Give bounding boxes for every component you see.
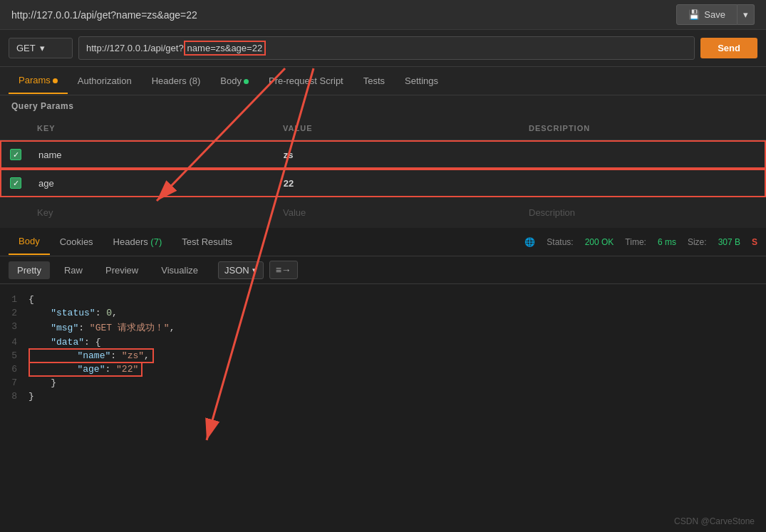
request-bar: GET ▾ http://127.0.0.1/api/get?name=zs&a…	[0, 30, 766, 67]
wrap-toggle-button[interactable]: ≡→	[269, 261, 298, 279]
format-tab-pretty[interactable]: Pretty	[9, 261, 50, 279]
response-tabs-bar: Body Cookies Headers (7) Test Results 🌐 …	[0, 228, 766, 256]
response-tab-cookies[interactable]: Cookies	[50, 229, 103, 254]
url-params: name=zs&age=22	[184, 41, 266, 56]
save-btn-group: 💾 Save ▾	[676, 4, 755, 25]
tab-authorization[interactable]: Authorization	[68, 68, 142, 93]
response-tabs-left: Body Cookies Headers (7) Test Results	[9, 229, 242, 255]
params-table-header: KEY VALUE DESCRIPTION	[0, 117, 766, 140]
code-line-5: 5 "name": "zs",	[0, 349, 766, 363]
send-button[interactable]: Send	[700, 38, 757, 58]
status-label: Status:	[547, 237, 573, 247]
checkbox-checked[interactable]	[10, 149, 21, 160]
code-line-2: 2 "status": 0,	[0, 306, 766, 320]
watermark: CSDN @CarveStone	[674, 516, 755, 526]
tab-params[interactable]: Params	[9, 68, 68, 94]
param-age-desc	[519, 176, 765, 190]
title-url: http://127.0.0.1/api/get?name=zs&age=22	[11, 9, 197, 21]
param-name-key: name	[30, 142, 275, 167]
params-table: KEY VALUE DESCRIPTION name zs age 22 Key	[0, 117, 766, 228]
save-button[interactable]: 💾 Save	[676, 4, 737, 25]
method-selector[interactable]: GET ▾	[9, 38, 73, 58]
tab-pre-request-script[interactable]: Pre-request Script	[259, 68, 353, 93]
response-code-view: 1 { 2 "status": 0, 3 "msg": "GET 请求成功！",…	[0, 284, 766, 532]
format-bar: Pretty Raw Preview Visualize JSON ▾ ≡→	[0, 256, 766, 284]
method-chevron-icon: ▾	[40, 43, 45, 53]
response-tab-test-results[interactable]: Test Results	[172, 229, 242, 254]
time-label: Time:	[625, 237, 646, 247]
url-base: http://127.0.0.1/api/get?	[86, 43, 184, 53]
param-name-desc	[519, 147, 765, 162]
code-line-1: 1 {	[0, 293, 766, 306]
response-tab-body[interactable]: Body	[9, 229, 50, 255]
format-tab-visualize[interactable]: Visualize	[152, 261, 207, 279]
tab-settings[interactable]: Settings	[395, 68, 448, 93]
format-tab-preview[interactable]: Preview	[97, 261, 147, 279]
code-line-8: 8 }	[0, 390, 766, 403]
col-desc-label: DESCRIPTION	[520, 121, 766, 135]
param-row-name: name zs	[0, 140, 766, 169]
save-icon: 💾	[688, 9, 700, 20]
request-tabs: Params Authorization Headers (8) Body Pr…	[0, 67, 766, 95]
format-chevron-icon: ▾	[252, 265, 257, 276]
col-value-label: VALUE	[274, 121, 520, 135]
status-value: 200 OK	[585, 237, 614, 247]
code-line-7: 7 }	[0, 376, 766, 390]
placeholder-value[interactable]: Value	[274, 203, 520, 222]
checkbox-checked-age[interactable]	[10, 177, 21, 189]
param-name-value: zs	[275, 142, 520, 167]
params-dot	[53, 78, 58, 83]
save-dropdown-button[interactable]: ▾	[737, 4, 755, 25]
title-bar: http://127.0.0.1/api/get?name=zs&age=22 …	[0, 0, 766, 30]
body-dot	[244, 79, 249, 84]
param-age-key: age	[30, 171, 275, 196]
param-age-checkbox[interactable]	[1, 170, 30, 196]
response-tab-headers[interactable]: Headers (7)	[103, 229, 172, 254]
time-value: 6 ms	[658, 237, 676, 247]
error-icon: S	[752, 237, 757, 247]
format-tab-raw[interactable]: Raw	[56, 261, 91, 279]
size-label: Size:	[688, 237, 707, 247]
format-type-label: JSON	[224, 265, 249, 276]
globe-icon: 🌐	[524, 237, 535, 247]
param-placeholder-row: Key Value Description	[0, 197, 766, 228]
url-input[interactable]: http://127.0.0.1/api/get?name=zs&age=22	[78, 36, 695, 60]
code-line-4: 4 "data": {	[0, 335, 766, 349]
tab-tests[interactable]: Tests	[353, 68, 395, 93]
placeholder-desc[interactable]: Description	[520, 203, 766, 222]
param-age-value: 22	[275, 171, 520, 196]
response-status-bar: 🌐 Status: 200 OK Time: 6 ms Size: 307 B …	[524, 237, 757, 247]
code-line-3: 3 "msg": "GET 请求成功！",	[0, 320, 766, 335]
placeholder-key[interactable]: Key	[29, 203, 274, 222]
param-name-checkbox[interactable]	[1, 142, 30, 167]
size-value: 307 B	[718, 237, 740, 247]
col-key-label: KEY	[29, 121, 274, 135]
format-type-selector[interactable]: JSON ▾	[218, 261, 264, 279]
param-row-age: age 22	[0, 169, 766, 197]
query-params-header: Query Params	[0, 95, 766, 117]
tab-headers[interactable]: Headers (8)	[142, 68, 211, 93]
tab-body[interactable]: Body	[210, 68, 259, 93]
code-line-6: 6 "age": "22"	[0, 363, 766, 376]
